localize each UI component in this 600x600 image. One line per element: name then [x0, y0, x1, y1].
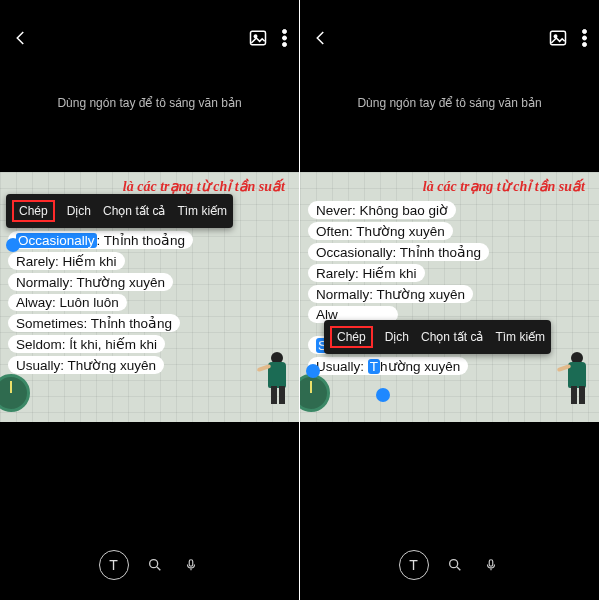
- gallery-icon[interactable]: [248, 28, 268, 52]
- svg-point-11: [583, 30, 587, 34]
- app-header: [0, 28, 299, 52]
- menu-copy[interactable]: Chép: [330, 326, 373, 348]
- svg-point-14: [449, 560, 457, 568]
- svg-point-2: [283, 30, 287, 34]
- text-line[interactable]: Often: Thường xuyên: [308, 222, 453, 240]
- text-line[interactable]: Rarely: Hiếm khi: [8, 252, 125, 270]
- text-line[interactable]: Usually: Thường xuyên: [8, 356, 164, 374]
- selection-handle-start[interactable]: [6, 238, 20, 252]
- text-mode-button[interactable]: T: [399, 550, 429, 580]
- search-icon[interactable]: [145, 555, 165, 575]
- search-icon[interactable]: [445, 555, 465, 575]
- svg-line-15: [457, 567, 460, 570]
- selection-handle-end[interactable]: [376, 388, 390, 402]
- more-icon[interactable]: [282, 29, 287, 51]
- text-line[interactable]: Occasionally: Thỉnh thoảng: [308, 243, 489, 261]
- svg-point-4: [283, 43, 287, 47]
- back-icon[interactable]: [12, 29, 30, 51]
- gallery-icon[interactable]: [548, 28, 568, 52]
- text-context-menu: Chép Dịch Chọn tất cả Tìm kiếm: [324, 320, 551, 354]
- text-line[interactable]: Occasionally: Thỉnh thoảng: [8, 231, 193, 249]
- hint-text: Dùng ngón tay để tô sáng văn bản: [300, 96, 599, 110]
- mic-icon[interactable]: [181, 555, 201, 575]
- svg-point-13: [583, 43, 587, 47]
- svg-point-12: [583, 36, 587, 40]
- more-icon[interactable]: [582, 29, 587, 51]
- mic-icon[interactable]: [481, 555, 501, 575]
- svg-rect-0: [251, 31, 266, 44]
- menu-select-all[interactable]: Chọn tất cả: [421, 330, 483, 344]
- text-mode-button[interactable]: T: [99, 550, 129, 580]
- menu-select-all[interactable]: Chọn tất cả: [103, 204, 165, 218]
- menu-search[interactable]: Tìm kiếm: [177, 204, 227, 218]
- text-line[interactable]: Sometimes: Thỉnh thoảng: [8, 314, 180, 332]
- text-line[interactable]: Seldom: Ít khi, hiếm khi: [8, 335, 165, 353]
- caption: là các trạng từ chỉ tần suất: [8, 178, 291, 195]
- svg-rect-9: [551, 31, 566, 44]
- person-illustration: [261, 352, 297, 406]
- back-icon[interactable]: [312, 29, 330, 51]
- text-line[interactable]: Usually: Thường xuyên: [308, 357, 468, 375]
- svg-rect-16: [489, 560, 493, 566]
- bottom-toolbar: T: [0, 550, 299, 580]
- bottom-toolbar: T: [300, 550, 599, 580]
- text-line[interactable]: Normally: Thường xuyên: [308, 285, 473, 303]
- app-header: [300, 28, 599, 52]
- menu-search[interactable]: Tìm kiếm: [495, 330, 545, 344]
- clock-illustration: [300, 374, 330, 412]
- text-line[interactable]: Normally: Thường xuyên: [8, 273, 173, 291]
- highlighted-word: Occasionally: [16, 233, 97, 248]
- svg-line-6: [157, 567, 160, 570]
- svg-point-3: [283, 36, 287, 40]
- text-line[interactable]: Never: Không bao giờ: [308, 201, 456, 219]
- menu-translate[interactable]: Dịch: [385, 330, 409, 344]
- menu-copy[interactable]: Chép: [12, 200, 55, 222]
- hint-text: Dùng ngón tay để tô sáng văn bản: [0, 96, 299, 110]
- menu-translate[interactable]: Dịch: [67, 204, 91, 218]
- svg-rect-7: [189, 560, 193, 566]
- ocr-content[interactable]: là các trạng từ chỉ tần suất Never: Khôn…: [300, 172, 599, 422]
- text-context-menu: Chép Dịch Chọn tất cả Tìm kiếm: [6, 194, 233, 228]
- screenshot-panel-left: Dùng ngón tay để tô sáng văn bản là các …: [0, 0, 300, 600]
- text-line[interactable]: Rarely: Hiếm khi: [308, 264, 425, 282]
- person-illustration: [561, 352, 597, 406]
- svg-point-5: [149, 560, 157, 568]
- ocr-content[interactable]: là các trạng từ chỉ tần suất Chép Dịch C…: [0, 172, 299, 422]
- text-line[interactable]: Alway: Luôn luôn: [8, 294, 127, 311]
- caption: là các trạng từ chỉ tần suất: [308, 178, 591, 195]
- clock-illustration: [0, 374, 30, 412]
- screenshot-panel-right: Dùng ngón tay để tô sáng văn bản là các …: [300, 0, 600, 600]
- selection-handle-start[interactable]: [306, 364, 320, 378]
